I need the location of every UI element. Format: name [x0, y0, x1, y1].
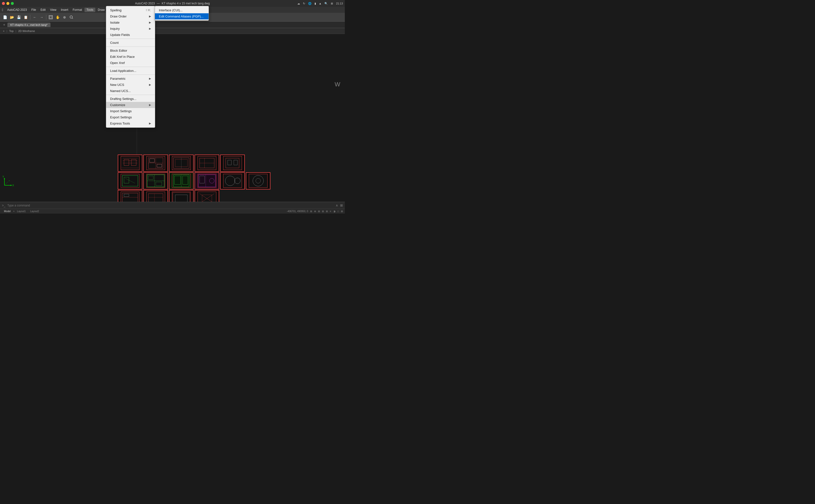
window-title: AutoCAD 2023 — KT nhapho 4 x 15 met lech… [135, 2, 210, 5]
apple-menu[interactable]:  [2, 8, 3, 12]
battery-icon: ▮ [315, 2, 316, 5]
menu-open-xref[interactable]: Open Xref [106, 60, 155, 66]
menu-update-fields[interactable]: Update Fields [106, 32, 155, 38]
menu-sep-1 [106, 39, 155, 39]
transparency-icon[interactable]: ◑ [333, 210, 336, 213]
drawing-thumb-3 [169, 155, 193, 172]
drawing-thumb-7 [143, 172, 168, 189]
polar-icon[interactable]: ⊞ [322, 210, 324, 213]
lineweight-icon[interactable]: ≡ [330, 210, 331, 213]
drawing-thumb-15 [194, 190, 219, 203]
menu-tools[interactable]: Tools [84, 8, 95, 12]
menu-edit[interactable]: Edit [39, 8, 48, 12]
menu-spelling[interactable]: Spelling ⇧⌘; [106, 7, 155, 13]
menu-insert[interactable]: Insert [59, 8, 70, 12]
properties-icon[interactable]: ⊞ [341, 210, 343, 213]
menu-import-settings[interactable]: Import Settings [106, 108, 155, 114]
drawing-row-1 [118, 155, 245, 172]
menu-file[interactable]: File [29, 8, 38, 12]
customize-submenu: Interface (CUI)... Edit Command Aliases … [155, 6, 209, 21]
svg-rect-52 [249, 174, 267, 188]
drawing-row-2 [118, 172, 271, 189]
tab-add-layout[interactable]: + [13, 210, 15, 213]
tab-add-button[interactable]: + [2, 23, 6, 27]
sync-icon: ↻ [303, 2, 305, 5]
svg-rect-63 [172, 192, 190, 203]
grid-icon[interactable]: ⊞ [310, 210, 312, 213]
menu-drafting-settings[interactable]: Drafting Settings... [106, 96, 155, 102]
menu-parametric[interactable]: Parametric ▶ [106, 76, 155, 82]
menu-block-editor[interactable]: Block Editor [106, 47, 155, 54]
svg-text:+: + [9, 180, 10, 182]
view3d-button[interactable] [48, 14, 54, 20]
menu-express-tools[interactable]: Express Tools ▶ [106, 120, 155, 126]
ucs-indicator: X Y + [2, 175, 14, 189]
svg-line-3 [72, 18, 73, 19]
submenu-interface-cui[interactable]: Interface (CUI)... [155, 7, 209, 13]
menu-draw-order[interactable]: Draw Order ▶ [106, 13, 155, 19]
drawing-row-3 [118, 190, 219, 203]
status-bar: Model + Layout1 Layout2 -406701, 490950,… [0, 209, 345, 214]
save-as-button[interactable]: 📋 [23, 14, 29, 20]
breadcrumb-view[interactable]: Top [9, 30, 14, 32]
arrow-parametric: ▶ [149, 77, 151, 80]
search-icon[interactable]: 🔍 [324, 2, 328, 5]
command-expand-icon[interactable]: ∧ [336, 204, 338, 207]
layout2-tab[interactable]: Layout2 [28, 210, 41, 213]
tab-drawing[interactable]: KT nhapho 4 x...met lech tang* [7, 23, 50, 27]
open-file-button[interactable]: 📂 [9, 14, 15, 20]
pan-button[interactable]: ✋ [55, 14, 61, 20]
toolbar-separator-2 [46, 15, 46, 20]
command-settings-icon[interactable]: ⊞ [340, 204, 343, 207]
menu-draw[interactable]: Draw [96, 8, 107, 12]
orbit-button[interactable]: ⊕ [62, 14, 67, 20]
save-button[interactable]: 💾 [16, 14, 22, 20]
drawing-thumb-8 [169, 172, 193, 189]
svg-rect-49 [223, 174, 242, 188]
menu-edit-xref[interactable]: Edit Xref in Place [106, 54, 155, 60]
svg-rect-0 [49, 16, 52, 19]
ortho-icon[interactable]: ⊞ [318, 210, 320, 213]
menu-autocad[interactable]: AutoCAD 2023 [5, 8, 29, 12]
submenu-edit-command-aliases[interactable]: Edit Command Aliases (PGP)... [155, 13, 209, 19]
svg-rect-55 [121, 192, 139, 203]
menu-load-app[interactable]: Load Application... [106, 68, 155, 74]
command-input[interactable] [7, 204, 334, 207]
menu-isolate[interactable]: Isolate ▶ [106, 19, 155, 26]
drawing-thumb-9 [194, 172, 219, 189]
arrow-customize: ▶ [149, 103, 151, 107]
undo-button[interactable]: ← [32, 14, 38, 20]
controlcenter-icon[interactable]: ⊞ [331, 2, 333, 5]
breadcrumb-add-icon[interactable]: + [3, 30, 4, 32]
menu-inquiry[interactable]: Inquiry ▶ [106, 26, 155, 32]
arrow-express-tools: ▶ [149, 122, 151, 125]
time-display: 21:13 [336, 2, 343, 5]
osnap-icon[interactable]: ⊞ [326, 210, 328, 213]
wifi-icon: ▲ [319, 2, 322, 5]
arrow-inquiry: ▶ [149, 27, 151, 30]
viewport-indicator: W [331, 72, 344, 97]
zoom-button[interactable] [68, 14, 74, 20]
snap-icon[interactable]: ⊕ [314, 210, 316, 213]
canvas-area: W [0, 34, 345, 203]
breadcrumb-sep-2: | [16, 30, 16, 32]
minimize-button[interactable] [6, 2, 9, 5]
menu-format[interactable]: Format [71, 8, 84, 12]
menu-named-ucs[interactable]: Named UCS... [106, 88, 155, 94]
menu-customize[interactable]: Customize ▶ [106, 102, 155, 108]
maximize-button[interactable] [11, 2, 14, 5]
coordinates-display: -406701, 490950, 0 [287, 210, 308, 213]
toolbar-separator-1 [30, 15, 30, 20]
layout1-tab[interactable]: Layout1 [15, 210, 28, 213]
selection-icon[interactable]: □ [337, 210, 339, 213]
new-file-button[interactable]: 📄 [2, 14, 8, 20]
close-button[interactable] [2, 2, 5, 5]
menu-count[interactable]: Count [106, 40, 155, 46]
breadcrumb-style[interactable]: 2D Wireframe [18, 30, 35, 32]
model-tab[interactable]: Model [2, 210, 13, 213]
flag-icon: 🌐 [308, 2, 312, 5]
redo-button[interactable]: → [39, 14, 45, 20]
menu-new-ucs[interactable]: New UCS ▶ [106, 82, 155, 88]
menu-view[interactable]: View [48, 8, 58, 12]
menu-export-settings[interactable]: Export Settings [106, 114, 155, 120]
